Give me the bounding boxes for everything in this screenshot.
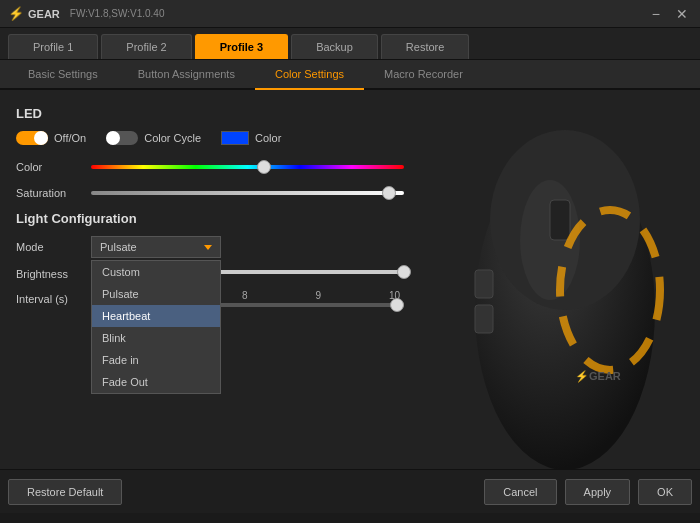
color-swatch-label: Color	[255, 132, 281, 144]
fw-version: FW:V1.8,SW:V1.0.40	[70, 8, 165, 19]
svg-rect-6	[475, 270, 493, 298]
mode-value: Pulsate	[100, 241, 137, 253]
gear-brand: GEAR	[28, 8, 60, 20]
title-logo-group: ⚡ GEAR FW:V1.8,SW:V1.0.40	[8, 6, 648, 21]
restore-default-button[interactable]: Restore Default	[8, 479, 122, 505]
profile-tab-restore[interactable]: Restore	[381, 34, 470, 59]
title-controls: − ✕	[648, 6, 692, 22]
dropdown-item-fadein[interactable]: Fade in	[92, 349, 220, 371]
brightness-label: Brightness	[16, 268, 91, 280]
mouse-image: ⚡GEAR	[420, 90, 700, 469]
dropdown-item-fadeout[interactable]: Fade Out	[92, 371, 220, 393]
led-color-option[interactable]: Color	[221, 131, 281, 145]
dropdown-arrow-icon	[204, 245, 212, 250]
sub-tabs: Basic Settings Button Assignments Color …	[0, 60, 700, 90]
colorcycle-thumb	[106, 131, 120, 145]
color-slider-row: Color	[16, 159, 404, 175]
brightness-thumb[interactable]	[397, 265, 411, 279]
dropdown-menu: Custom Pulsate Heartbeat Blink Fade in F…	[91, 260, 221, 394]
led-options: Off/On Color Cycle Color	[16, 131, 404, 145]
led-colorcycle-toggle[interactable]: Color Cycle	[106, 131, 201, 145]
dropdown-item-custom[interactable]: Custom	[92, 261, 220, 283]
interval-thumb[interactable]	[390, 298, 404, 312]
mode-label: Mode	[16, 241, 91, 253]
tab-macro-recorder[interactable]: Macro Recorder	[364, 60, 483, 90]
dropdown-item-pulsate[interactable]: Pulsate	[92, 283, 220, 305]
apply-button[interactable]: Apply	[565, 479, 631, 505]
svg-rect-7	[475, 305, 493, 333]
led-heading: LED	[16, 106, 404, 121]
interval-num-8: 8	[242, 290, 248, 301]
light-config-heading: Light Configuration	[16, 211, 404, 226]
footer: Restore Default Cancel Apply OK	[0, 469, 700, 513]
color-slider-track	[91, 165, 404, 169]
interval-label: Interval (s)	[16, 293, 91, 305]
colorcycle-label: Color Cycle	[144, 132, 201, 144]
left-panel: LED Off/On Color Cycle Color	[0, 90, 420, 469]
profile-tabs: Profile 1 Profile 2 Profile 3 Backup Res…	[0, 28, 700, 60]
right-panel: ⚡GEAR	[420, 90, 700, 469]
tab-basic-settings[interactable]: Basic Settings	[8, 60, 118, 90]
dropdown-item-heartbeat[interactable]: Heartbeat	[92, 305, 220, 327]
color-slider-container[interactable]	[91, 159, 404, 175]
offon-thumb	[34, 131, 48, 145]
saturation-slider-label: Saturation	[16, 187, 91, 199]
saturation-slider-row: Saturation	[16, 185, 404, 201]
interval-num-9: 9	[315, 290, 321, 301]
fnatic-logo: ⚡	[8, 6, 24, 21]
svg-text:⚡GEAR: ⚡GEAR	[575, 369, 621, 383]
color-slider-label: Color	[16, 161, 91, 173]
tab-color-settings[interactable]: Color Settings	[255, 60, 364, 90]
colorcycle-track[interactable]	[106, 131, 138, 145]
title-bar: ⚡ GEAR FW:V1.8,SW:V1.0.40 − ✕	[0, 0, 700, 28]
minimize-button[interactable]: −	[648, 6, 664, 22]
offon-track[interactable]	[16, 131, 48, 145]
saturation-slider-thumb[interactable]	[382, 186, 396, 200]
main-content: LED Off/On Color Cycle Color	[0, 90, 700, 469]
offon-label: Off/On	[54, 132, 86, 144]
color-slider-thumb[interactable]	[257, 160, 271, 174]
mode-row: Mode Pulsate Custom Pulsate Heartbeat Bl…	[16, 236, 404, 258]
saturation-slider-track	[91, 191, 404, 195]
profile-tab-3[interactable]: Profile 3	[195, 34, 288, 59]
led-offon-toggle[interactable]: Off/On	[16, 131, 86, 145]
color-swatch[interactable]	[221, 131, 249, 145]
saturation-slider-container[interactable]	[91, 185, 404, 201]
cancel-button[interactable]: Cancel	[484, 479, 556, 505]
ok-button[interactable]: OK	[638, 479, 692, 505]
profile-tab-2[interactable]: Profile 2	[101, 34, 191, 59]
light-config: Light Configuration Mode Pulsate Custom …	[16, 211, 404, 307]
profile-tab-backup[interactable]: Backup	[291, 34, 378, 59]
close-button[interactable]: ✕	[672, 6, 692, 22]
profile-tab-1[interactable]: Profile 1	[8, 34, 98, 59]
svg-rect-3	[550, 200, 570, 240]
tab-button-assignments[interactable]: Button Assignments	[118, 60, 255, 90]
mode-dropdown[interactable]: Pulsate	[91, 236, 221, 258]
dropdown-item-blink[interactable]: Blink	[92, 327, 220, 349]
